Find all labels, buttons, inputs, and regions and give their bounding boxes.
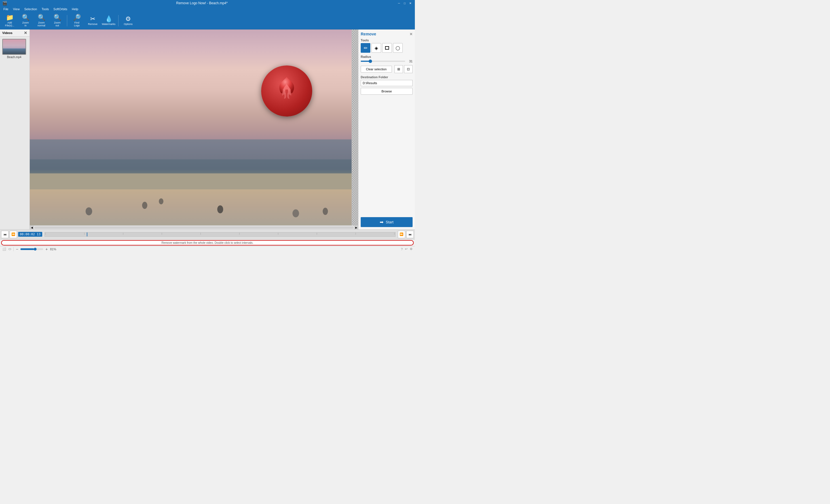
- menu-tools[interactable]: Tools: [39, 7, 51, 11]
- destination-section: Destination Folder Browse: [361, 75, 413, 95]
- svg-point-10: [292, 209, 299, 217]
- menu-selection[interactable]: Selection: [22, 7, 39, 11]
- minimize-button[interactable]: ─: [397, 1, 401, 5]
- videos-panel: Videos ✕: [0, 30, 30, 229]
- settings-icon[interactable]: ⚙: [410, 247, 413, 251]
- zoom-normal-label: Zoomnormal: [37, 21, 45, 27]
- clear-selection-button[interactable]: Clear selection: [361, 66, 392, 73]
- videos-label: Videos: [2, 31, 12, 35]
- statusbar: ⬜ ⬭ − + 81% ? ↩ ⚙: [0, 246, 415, 252]
- main-area: Videos ✕: [0, 30, 415, 229]
- rect-icon: [385, 46, 389, 49]
- radius-track-fill: [361, 61, 370, 62]
- menu-softorbits[interactable]: SoftOrbits: [51, 7, 69, 11]
- bottom-area: ⏮ ⏪ 00:00:02 13 | | | | | | | | | | ⏩ ⏭ …: [0, 229, 415, 252]
- find-logo-label: FindLogo: [74, 21, 80, 27]
- play-back-button[interactable]: ⏪: [10, 231, 17, 238]
- right-panel-header: Remove ✕: [361, 32, 413, 36]
- radius-value: 31: [407, 60, 413, 63]
- close-button[interactable]: ✕: [408, 1, 413, 5]
- rect-tool-button[interactable]: [382, 43, 392, 53]
- find-logo-icon: 🔎: [73, 14, 81, 21]
- zoom-minus-button[interactable]: −: [16, 247, 18, 251]
- scroll-left-button[interactable]: ◀: [30, 226, 34, 230]
- radius-section: Radius 31: [361, 55, 413, 63]
- maximize-button[interactable]: □: [403, 1, 407, 5]
- eraser-tool-button[interactable]: ◈: [372, 43, 381, 53]
- start-label: Start: [386, 220, 393, 224]
- play-forward-button[interactable]: ⏩: [398, 231, 405, 238]
- remove-icon: ✂: [90, 16, 95, 22]
- watermarks-icon: 💧: [105, 16, 113, 22]
- zoom-out-label: Zoomout: [54, 21, 60, 27]
- go-to-end-button[interactable]: ⏭: [406, 231, 414, 238]
- zoom-in-button[interactable]: 🔍 Zoomin: [18, 13, 33, 28]
- svg-rect-0: [3, 39, 26, 55]
- radius-thumb[interactable]: [369, 60, 372, 63]
- start-button[interactable]: ➡ Start: [361, 217, 413, 227]
- copy-to-all-button[interactable]: ⊞: [394, 65, 403, 73]
- timeline-cursor[interactable]: [87, 232, 87, 236]
- add-files-label: AddFile(s)...: [5, 21, 14, 27]
- remove-button[interactable]: ✂ Remove: [85, 13, 100, 28]
- brush-tool-button[interactable]: ✏: [361, 43, 370, 53]
- video-list: Beach.mp4: [0, 37, 30, 61]
- video-item[interactable]: Beach.mp4: [2, 39, 26, 59]
- videos-close-button[interactable]: ✕: [24, 31, 27, 35]
- svg-rect-1: [3, 50, 26, 55]
- copy-buttons: ⊞ ⊡: [394, 65, 413, 73]
- menu-view[interactable]: View: [11, 7, 22, 11]
- svg-point-8: [159, 198, 163, 204]
- watermark-strip[interactable]: Remove watermark from the whole video. D…: [1, 240, 414, 245]
- watermark-strip-text: Remove watermark from the whole video. D…: [161, 241, 253, 244]
- copy-frame-button[interactable]: ⊡: [404, 65, 413, 73]
- zoom-plus-button[interactable]: +: [45, 247, 47, 251]
- browse-button[interactable]: Browse: [361, 88, 413, 95]
- help-button[interactable]: ?: [401, 247, 403, 251]
- add-files-icon: 📁: [6, 14, 13, 21]
- add-files-button[interactable]: 📁 AddFile(s)...: [2, 13, 17, 28]
- feedback-icon[interactable]: ↩: [405, 247, 408, 251]
- zoom-normal-icon: 🔍: [38, 14, 45, 21]
- circle-tool-button[interactable]: ◯: [393, 43, 403, 53]
- copy-to-all-icon: ⊞: [397, 67, 400, 71]
- right-panel-close-button[interactable]: ✕: [410, 32, 413, 36]
- canvas-area[interactable]: ◀ ▶: [30, 30, 358, 229]
- menu-file[interactable]: File: [1, 7, 11, 11]
- right-panel: Remove ✕ Tools ✏ ◈ ◯ Radius: [358, 30, 415, 229]
- timeline-controls: ⏮ ⏪ 00:00:02 13 | | | | | | | | | | ⏩ ⏭: [0, 230, 415, 239]
- zoom-normal-button[interactable]: 🔍 Zoomnormal: [34, 13, 49, 28]
- tools-section: Tools ✏ ◈ ◯: [361, 39, 413, 53]
- zoom-thumb[interactable]: [34, 248, 37, 250]
- menu-help[interactable]: Help: [69, 7, 81, 11]
- horizontal-scroll-track[interactable]: [34, 227, 354, 229]
- svg-rect-5: [30, 173, 358, 229]
- timeline-bar[interactable]: | | | | | | | | | |: [44, 232, 395, 237]
- zoom-slider[interactable]: [21, 248, 43, 250]
- find-logo-button[interactable]: 🔎 FindLogo: [69, 13, 84, 28]
- destination-folder-label: Destination Folder: [361, 75, 413, 79]
- options-icon: ⚙: [125, 16, 131, 22]
- app-icon: 🎬: [2, 1, 7, 5]
- time-display: 00:00:02 13: [18, 232, 42, 237]
- go-to-start-button[interactable]: ⏮: [1, 231, 8, 238]
- toolbar-separator-2: [118, 15, 119, 26]
- options-label: Options: [124, 23, 132, 26]
- svg-point-9: [217, 205, 223, 213]
- scroll-right-button[interactable]: ▶: [354, 226, 358, 230]
- zoom-in-label: Zoomin: [22, 21, 29, 27]
- svg-rect-16: [352, 30, 358, 229]
- select-rect-icon[interactable]: ⬜: [2, 247, 6, 251]
- copy-frame-icon: ⊡: [407, 67, 410, 71]
- radius-label: Radius: [361, 55, 413, 58]
- zoom-level: 81%: [50, 247, 56, 251]
- options-button[interactable]: ⚙ Options: [121, 13, 135, 28]
- radius-slider[interactable]: [361, 61, 405, 62]
- watermarks-button[interactable]: 💧 Watermarks: [101, 13, 116, 28]
- video-thumbnail: [2, 39, 26, 55]
- destination-input[interactable]: [361, 80, 413, 86]
- start-arrow-icon: ➡: [380, 220, 383, 225]
- zoom-out-button[interactable]: 🔍 Zoomout: [50, 13, 65, 28]
- window-controls: ─ □ ✕: [397, 1, 413, 5]
- select-ellipse-icon[interactable]: ⬭: [8, 247, 11, 251]
